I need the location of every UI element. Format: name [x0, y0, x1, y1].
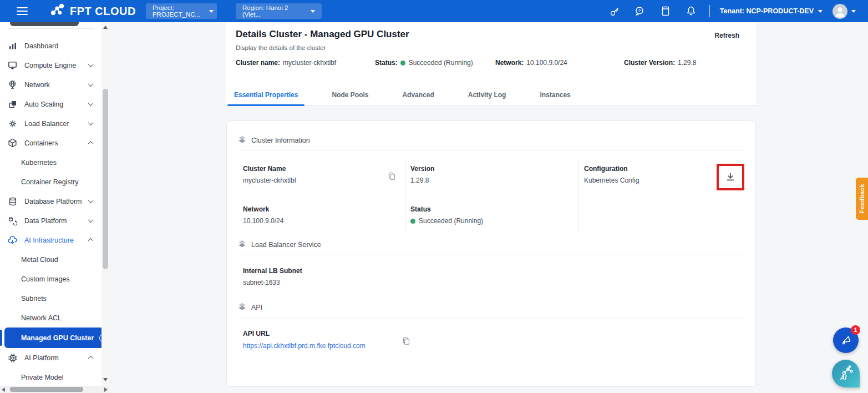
- copy-icon[interactable]: [387, 172, 396, 180]
- sidebar-item-label: Metal Cloud: [21, 256, 58, 264]
- sidebar-item-compute-engine[interactable]: Compute Engine: [0, 56, 101, 75]
- scroll-left-arrow-icon[interactable]: [2, 387, 5, 392]
- ai-platform-chip-icon: [8, 353, 17, 362]
- sidebar-item-label: Kubernetes: [21, 159, 57, 167]
- tenant-dropdown[interactable]: Tenant: NCP-PRODUCT-DEV: [720, 7, 823, 15]
- notification-count-badge: 1: [851, 325, 860, 335]
- chevron-up-icon: [88, 238, 94, 244]
- section-heading: Cluster Information: [251, 137, 310, 144]
- load-balancer-icon: [8, 119, 17, 128]
- avatar: [833, 4, 847, 19]
- section-load-balancer-service: Load Balancer Service: [238, 240, 744, 250]
- sidebar-item-metal-cloud[interactable]: Metal Cloud: [0, 250, 101, 269]
- tab-advanced[interactable]: Advanced: [398, 85, 438, 105]
- tab-node-pools[interactable]: Node Pools: [328, 85, 372, 105]
- scroll-right-arrow-icon[interactable]: [104, 387, 108, 392]
- sidebar-item-dashboard[interactable]: Dashboard: [0, 36, 101, 56]
- chevron-up-icon: [88, 141, 94, 147]
- sidebar-item-containers[interactable]: Containers: [0, 133, 101, 153]
- chevron-up-icon: [88, 356, 94, 361]
- sidebar-item-network[interactable]: Network: [0, 75, 101, 94]
- field-internal-lb-subnet: Internal LB Subnet subnet-1633: [238, 267, 744, 286]
- field-value: 10.100.9.0/24: [243, 217, 399, 225]
- summary-value: 10.100.9.0/24: [526, 59, 567, 67]
- tab-activity-log[interactable]: Activity Log: [464, 85, 510, 105]
- tab-essential-properties[interactable]: Essential Properties: [230, 85, 302, 105]
- topbar-divider: [709, 5, 710, 17]
- download-icon: [725, 172, 735, 182]
- sidebar-item-kubernetes[interactable]: Kubernetes: [0, 153, 101, 172]
- sidebar-item-label: Private Model: [21, 374, 63, 381]
- refresh-button[interactable]: Refresh: [714, 32, 739, 39]
- essential-properties-card: Cluster Information Cluster Name myclust…: [226, 120, 756, 387]
- summary-cluster-name: Cluster name: mycluster-ckhxtlbf: [236, 59, 336, 67]
- field-label: Network: [243, 205, 399, 213]
- sidebar-item-container-registry[interactable]: Container Registry: [0, 172, 101, 192]
- summary-status: Status: Succeeded (Running): [375, 59, 473, 67]
- region-dropdown[interactable]: Region: Hanoi 2 (Viet...: [236, 3, 322, 19]
- sidebar-vertical-scrollbar[interactable]: [101, 22, 109, 386]
- brand-logo[interactable]: FPT CLOUD: [49, 3, 136, 19]
- chevron-down-icon: [818, 10, 823, 13]
- sidebar: Dashboard Compute Engine Network: [0, 22, 109, 393]
- sidebar-item-ai-infrastructure[interactable]: AI Infrastructure: [0, 230, 101, 250]
- sidebar-horizontal-scrollbar[interactable]: [0, 386, 109, 393]
- sidebar-divider: [8, 28, 94, 29]
- sidebar-item-subnets[interactable]: Subnets: [0, 289, 101, 308]
- download-kubeconfig-button[interactable]: [717, 164, 744, 190]
- layers-icon: [238, 135, 246, 145]
- menu-toggle-icon[interactable]: [17, 7, 28, 15]
- field-network: Network 10.100.9.0/24: [238, 199, 405, 233]
- field-value: subnet-1633: [243, 279, 744, 286]
- notifications-bell-icon[interactable]: [685, 5, 697, 17]
- sidebar-item-network-acl[interactable]: Network ACL: [0, 308, 101, 328]
- chevron-down-icon: [88, 217, 94, 223]
- field-label: Configuration: [584, 165, 639, 173]
- field-label: Status: [410, 205, 573, 213]
- scroll-down-arrow-icon[interactable]: [103, 378, 108, 381]
- page-header: Details Cluster - Managed GPU Cluster Di…: [226, 22, 756, 105]
- field-cluster-name: Cluster Name mycluster-ckhxtlbf: [238, 158, 405, 199]
- sidebar-item-data-platform[interactable]: Data Platform: [0, 211, 101, 230]
- sidebar-item-load-balancer[interactable]: Load Balancer: [0, 114, 101, 133]
- section-cluster-information: Cluster Information: [238, 135, 744, 145]
- chevron-down-icon: [88, 198, 94, 203]
- ai-infrastructure-cloud-icon: [8, 235, 17, 245]
- sidebar-item-auto-scaling[interactable]: Auto Scaling: [0, 94, 101, 114]
- svg-text:AI: AI: [840, 374, 847, 381]
- summary-network: Network: 10.100.9.0/24: [495, 59, 567, 67]
- auto-scaling-icon: [8, 99, 17, 109]
- field-version: Version 1.29.8: [405, 158, 579, 199]
- sidebar-item-label: Container Registry: [21, 178, 79, 186]
- sidebar-item-private-model[interactable]: Private Model: [0, 367, 101, 387]
- ai-assistant-button[interactable]: AI: [832, 360, 860, 387]
- field-label: Cluster Name: [243, 165, 399, 173]
- section-divider: [238, 150, 744, 151]
- section-divider: [238, 318, 744, 318]
- scrollbar-thumb[interactable]: [103, 89, 108, 269]
- api-key-icon[interactable]: [608, 5, 621, 17]
- summary-label: Cluster name:: [236, 59, 280, 67]
- scrollbar-thumb[interactable]: [10, 387, 83, 392]
- support-chat-icon[interactable]: ?: [634, 5, 646, 17]
- tab-instances[interactable]: Instances: [536, 85, 574, 105]
- sidebar-item-managed-gpu-cluster[interactable]: Managed GPU Cluster beta: [4, 328, 109, 348]
- project-dropdown[interactable]: Project: PROJECT_NC...: [146, 3, 217, 19]
- announcements-button[interactable]: 1: [833, 328, 859, 353]
- user-menu[interactable]: [833, 4, 856, 19]
- documentation-icon[interactable]: [659, 5, 672, 17]
- field-value: 1.29.8: [410, 177, 573, 184]
- api-url-link[interactable]: https://api.ckhxtlbf.prd.m.fke.fptcloud.…: [243, 341, 384, 351]
- field-value: mycluster-ckhxtlbf: [243, 177, 399, 184]
- section-divider: [238, 255, 744, 255]
- megaphone-icon: [839, 334, 852, 347]
- scroll-up-arrow-icon[interactable]: [103, 26, 108, 29]
- sidebar-item-custom-images[interactable]: Custom Images: [0, 269, 101, 289]
- summary-label: Status:: [375, 59, 398, 67]
- feedback-tab[interactable]: Feedback: [856, 178, 868, 220]
- sidebar-scrolled-item-remnant: [10, 22, 79, 26]
- sidebar-item-ai-platform[interactable]: AI Platform: [0, 348, 101, 367]
- sidebar-item-label: AI Infrastructure: [24, 236, 89, 244]
- copy-icon[interactable]: [402, 336, 410, 345]
- sidebar-item-database-platform[interactable]: Database Platform: [0, 192, 101, 211]
